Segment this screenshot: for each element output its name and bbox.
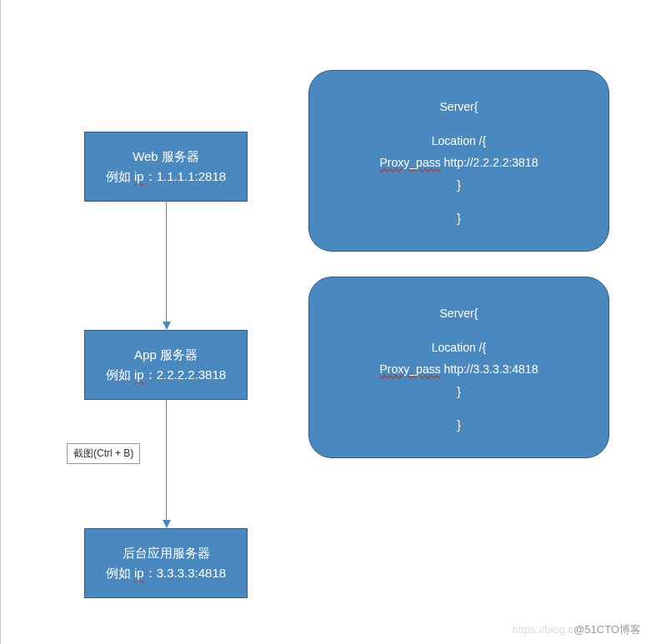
server-bottom-header: Server{ xyxy=(440,302,478,325)
node-backend-subtitle: 例如 ip：3.3.3.3:4818 xyxy=(106,563,226,583)
node-backend-server: 后台应用服务器 例如 ip：3.3.3.3:4818 xyxy=(84,528,248,598)
node-web-subtitle: 例如 ip：1.1.1.1:2818 xyxy=(106,167,226,187)
node-web-server: Web 服务器 例如 ip：1.1.1.1:2818 xyxy=(84,132,248,202)
node-web-title: Web 服务器 xyxy=(133,147,199,167)
node-app-server: App 服务器 例如 ip：2.2.2.2.3818 xyxy=(84,330,248,400)
arrow-head-app-to-backend xyxy=(163,520,171,528)
screenshot-tooltip: 截图(Ctrl + B) xyxy=(67,443,140,464)
watermark: https://blog.c@51CTO博客 xyxy=(512,622,641,637)
server-bottom-location: Location /{ xyxy=(432,337,486,359)
server-top-header: Server{ xyxy=(440,96,478,118)
arrow-web-to-app xyxy=(166,202,167,322)
server-top-close2: } xyxy=(457,207,461,230)
server-top-close1: } xyxy=(457,174,461,197)
arrow-head-web-to-app xyxy=(163,322,171,330)
node-backend-title: 后台应用服务器 xyxy=(123,543,210,563)
server-config-bottom: Server{ Location /{ Proxy_pass http://3.… xyxy=(308,277,609,458)
server-bottom-close2: } xyxy=(457,414,461,437)
server-top-proxy: Proxy_pass http://2.2.2.2:3818 xyxy=(380,152,538,174)
server-config-top: Server{ Location /{ Proxy_pass http://2.… xyxy=(308,70,609,252)
server-bottom-proxy: Proxy_pass http://3.3.3.3:4818 xyxy=(380,358,538,381)
node-app-title: App 服务器 xyxy=(134,345,198,365)
left-border xyxy=(0,0,1,644)
server-bottom-close1: } xyxy=(457,381,461,403)
arrow-app-to-backend xyxy=(166,400,167,520)
server-top-location: Location /{ xyxy=(432,130,486,152)
node-app-subtitle: 例如 ip：2.2.2.2.3818 xyxy=(106,365,226,385)
